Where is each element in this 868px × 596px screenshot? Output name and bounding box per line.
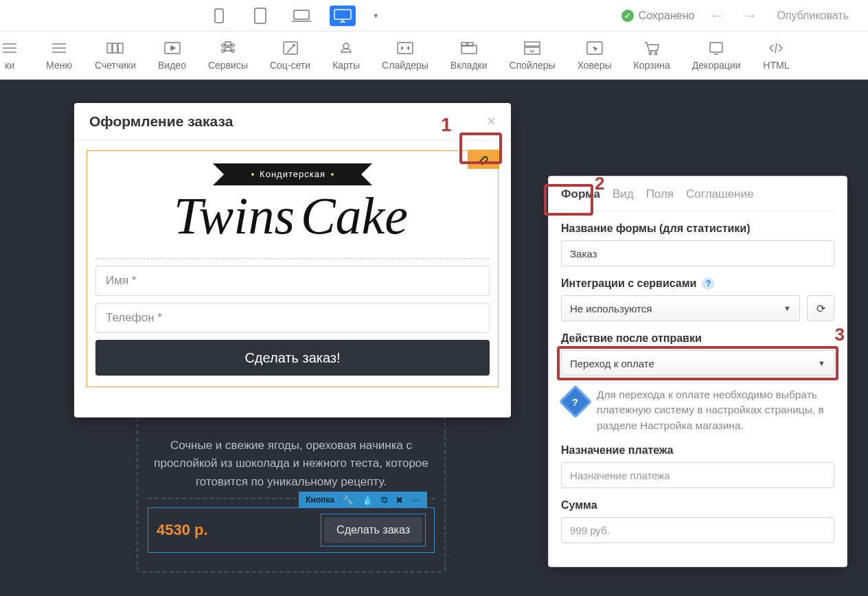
svg-rect-2 — [255, 8, 266, 23]
device-switcher: ▾ — [206, 5, 378, 26]
tool-label: HTML — [763, 60, 789, 71]
svg-rect-30 — [525, 47, 540, 54]
tool-counters[interactable]: Счетчики — [95, 40, 136, 71]
product-description: Сочные и свежие ягоды, ореховая начинка … — [148, 437, 435, 491]
delete-icon[interactable]: ✖ — [396, 495, 403, 505]
caret-down-icon: ▼ — [818, 359, 825, 367]
tool-html[interactable]: HTML — [762, 40, 790, 71]
tab-agreement[interactable]: Соглашение — [686, 187, 753, 204]
device-tablet[interactable] — [247, 5, 273, 26]
caret-down-icon: ▼ — [784, 304, 791, 312]
divider — [95, 258, 490, 259]
integrations-label-text: Интеграции с сервисами — [561, 277, 696, 290]
tool-label: Сервисы — [208, 60, 248, 71]
integrations-label: Интеграции с сервисами ? — [561, 277, 834, 290]
tool-label: Ховеры — [578, 60, 612, 71]
saved-label: Сохранено — [639, 10, 695, 22]
submit-order-button[interactable]: Сделать заказ! — [95, 340, 490, 376]
svg-text:Twins: Twins — [174, 187, 295, 244]
tool-list-partial[interactable]: ки — [0, 40, 23, 71]
info-note: ? Для перехода к оплате необходимо выбра… — [561, 387, 834, 433]
tool-label: Декорации — [692, 60, 741, 71]
device-more-dropdown[interactable]: ▾ — [374, 10, 378, 21]
tool-label: Видео — [158, 60, 186, 71]
form-container-selected[interactable]: Кондитерская Twins Cake Сделать заказ! — [87, 150, 499, 387]
tool-cart[interactable]: Корзина — [634, 40, 670, 71]
tool-label: Счетчики — [95, 60, 136, 71]
product-bottom-row: Кнопка 🔧 💧 ⧉ ✖ ⋯ 4530 р. Сделать заказ — [148, 507, 435, 553]
annotation-number-3: 3 — [835, 324, 845, 345]
tool-services[interactable]: Сервисы — [208, 40, 248, 71]
publish-button[interactable]: Опубликовать — [773, 7, 853, 25]
redo-button[interactable]: → — [740, 7, 760, 25]
svg-point-24 — [343, 43, 349, 49]
tool-menu[interactable]: Меню — [45, 40, 73, 71]
name-field[interactable] — [95, 266, 490, 296]
tool-decorations[interactable]: Декорации — [692, 40, 741, 71]
post-action-value: Переход к оплате — [570, 358, 654, 369]
svg-rect-34 — [710, 43, 722, 52]
tool-label: Карты — [332, 60, 360, 71]
phone-field[interactable] — [95, 303, 490, 333]
undo-button[interactable]: ← — [707, 7, 727, 25]
refresh-integrations-button[interactable]: ⟳ — [807, 295, 834, 321]
tool-label: Вкладки — [450, 60, 488, 71]
info-icon: ? — [559, 385, 592, 418]
settings-icon[interactable]: 🔧 — [343, 495, 354, 505]
ribbon-wrap: Кондитерская — [95, 163, 490, 185]
payment-purpose-input[interactable] — [561, 462, 834, 488]
annotation-number-1: 1 — [441, 114, 452, 136]
amount-label: Сумма — [561, 499, 834, 512]
tool-sliders[interactable]: Слайдеры — [382, 40, 429, 71]
svg-rect-17 — [118, 43, 123, 53]
product-card: Сочные и свежие ягоды, ореховая начинка … — [137, 415, 446, 573]
amount-input[interactable] — [561, 517, 834, 543]
svg-rect-15 — [107, 43, 112, 53]
form-name-input[interactable] — [561, 240, 834, 266]
svg-point-20 — [231, 44, 234, 47]
tool-hovers[interactable]: Ховеры — [578, 40, 612, 71]
form-settings-button[interactable] — [468, 150, 499, 169]
tool-maps[interactable]: Карты — [332, 40, 360, 71]
tool-label: Меню — [46, 60, 72, 71]
svg-point-22 — [231, 49, 234, 52]
ribbon-text: Кондитерская — [260, 169, 326, 179]
tool-spoilers[interactable]: Спойлеры — [510, 40, 556, 71]
integrations-select[interactable]: Не используются ▼ — [561, 295, 800, 321]
tool-label: ки — [5, 60, 14, 71]
svg-rect-16 — [113, 43, 117, 53]
tool-social[interactable]: Соц-сети — [270, 40, 310, 71]
tool-label: Корзина — [634, 60, 670, 71]
topbar: ▾ ✓ Сохранено ← → Опубликовать — [0, 0, 868, 32]
brand-logo: Twins Cake — [95, 187, 490, 253]
popup-title: Оформление заказа — [89, 113, 233, 130]
tool-tabs[interactable]: Вкладки — [450, 40, 488, 71]
svg-point-33 — [654, 52, 656, 54]
editor-canvas: Сочные и свежие ягоды, ореховая начинка … — [0, 80, 868, 596]
form-settings-panel: Форма Вид Поля Соглашение Название формы… — [548, 176, 847, 567]
svg-rect-23 — [284, 42, 297, 54]
close-icon[interactable]: × — [487, 113, 496, 130]
tool-label: Слайдеры — [382, 60, 429, 71]
element-toolbar: Кнопка 🔧 💧 ⧉ ✖ ⋯ — [299, 492, 427, 508]
post-action-select[interactable]: Переход к оплате ▼ — [561, 350, 834, 376]
device-desktop[interactable] — [330, 5, 356, 26]
device-phone[interactable] — [206, 5, 232, 26]
order-button[interactable]: Сделать заказ — [324, 517, 422, 543]
svg-rect-25 — [398, 43, 413, 54]
copy-icon[interactable]: ⧉ — [381, 494, 387, 505]
ribbon-banner: Кондитерская — [228, 163, 357, 185]
more-icon[interactable]: ⋯ — [411, 495, 420, 505]
order-popup: Оформление заказа × Кондитерская Twins C… — [74, 103, 511, 417]
tool-video[interactable]: Видео — [158, 40, 186, 71]
form-name-label: Название формы (для статистики) — [561, 222, 834, 235]
svg-rect-0 — [215, 9, 223, 23]
svg-point-32 — [649, 52, 651, 54]
tab-view[interactable]: Вид — [613, 187, 634, 204]
tab-fields[interactable]: Поля — [646, 187, 674, 204]
help-icon[interactable]: ? — [702, 277, 714, 290]
device-laptop[interactable] — [288, 5, 315, 26]
element-type-label: Кнопка — [306, 495, 334, 505]
style-icon[interactable]: 💧 — [362, 495, 373, 505]
integrations-value: Не используются — [570, 303, 652, 314]
